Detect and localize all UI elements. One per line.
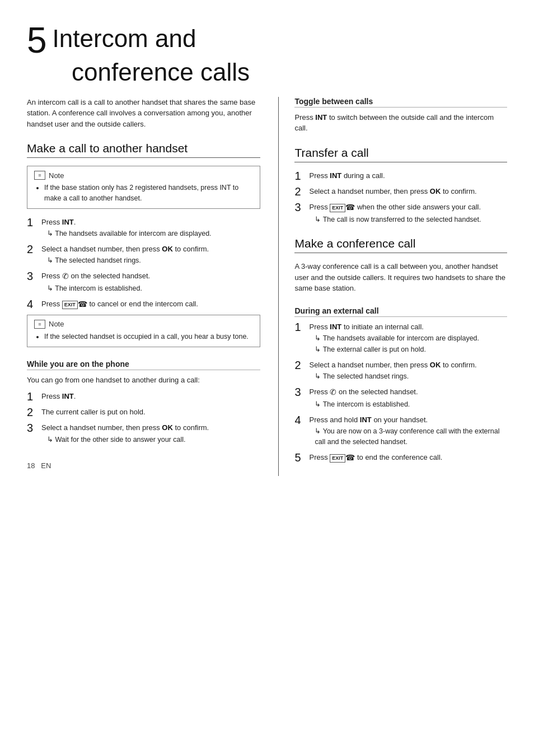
while-step-1: 1 Press INT.: [27, 391, 260, 402]
conf-step-result-1b: The external caller is put on hold.: [309, 344, 507, 355]
toggle-heading: Toggle between calls: [294, 97, 507, 108]
transfer-section: Transfer a call 1 Press INT during a cal…: [294, 146, 507, 225]
page-number: 18: [27, 461, 35, 470]
conf-step-content-2: Select a handset number, then press OK t…: [309, 360, 507, 382]
while-on-phone-steps: 1 Press INT. 2 The current caller is put…: [27, 391, 260, 445]
transfer-step-num-1: 1: [294, 170, 305, 181]
conf-step-num-5: 5: [294, 452, 305, 463]
transfer-step-2: 2 Select a handset number, then press OK…: [294, 186, 507, 197]
while-step-num-3: 3: [27, 422, 37, 433]
while-step-3: 3 Select a handset number, then press OK…: [27, 422, 260, 445]
conf-step-content-1: Press INT to initiate an internal call. …: [309, 321, 507, 355]
make-call-heading: Make a call to another handset: [27, 142, 260, 158]
transfer-step-content-3: Press EXIT☎ when the other side answers …: [309, 202, 507, 225]
page-layout: An intercom call is a call to another ha…: [27, 97, 507, 476]
make-call-section: Make a call to another handset ≡ Note If…: [27, 142, 260, 347]
transfer-steps: 1 Press INT during a call. 2 Select a ha…: [294, 170, 507, 225]
note-item-2: If the selected handset is occupied in a…: [44, 332, 253, 342]
note-icon-2: ≡: [34, 320, 45, 329]
conf-step-5: 5 Press EXIT☎ to end the conference call…: [294, 452, 507, 464]
step-result-2: The selected handset rings.: [41, 255, 260, 266]
during-external-subsection: During an external call 1 Press INT to i…: [294, 306, 507, 464]
toggle-section: Toggle between calls Press INT to switch…: [294, 97, 507, 134]
note-item-1: If the base station only has 2 registere…: [44, 183, 253, 204]
phone-icon-conf: ✆: [330, 386, 336, 398]
step-num-1: 1: [27, 217, 37, 228]
conf-step-num-4: 4: [294, 414, 305, 426]
during-external-heading: During an external call: [294, 306, 507, 317]
conf-step-num-2: 2: [294, 360, 305, 371]
conf-step-result-4: You are now on a 3-way conference call w…: [309, 426, 507, 447]
conf-step-4: 4 Press and hold INT on your handset. Yo…: [294, 414, 507, 447]
while-step-content-3: Select a handset number, then press OK t…: [41, 422, 260, 445]
step-content-3: Press ✆ on the selected handset. The int…: [41, 270, 260, 294]
ok-key-transfer: OK: [430, 187, 441, 195]
step-2: 2 Select a handset number, then press OK…: [27, 244, 260, 266]
exit-badge: EXIT: [62, 301, 78, 309]
note-title-2: ≡ Note: [34, 320, 253, 329]
step-1: 1 Press INT. The handsets available for …: [27, 217, 260, 239]
int-key-2: INT: [62, 392, 74, 400]
step-content-2: Select a handset number, then press OK t…: [41, 244, 260, 266]
while-on-phone-intro: You can go from one handset to another d…: [27, 375, 260, 386]
intro-text: An intercom call is a call to another ha…: [27, 97, 260, 130]
step-result-3: The intercom is established.: [41, 283, 260, 294]
transfer-step-num-2: 2: [294, 186, 305, 197]
int-key-toggle: INT: [315, 113, 327, 122]
int-key-conf: INT: [330, 323, 341, 331]
step-content-4: Press EXIT☎ to cancel or end the interco…: [41, 298, 260, 310]
int-key: INT: [62, 218, 74, 226]
note-list-1: If the base station only has 2 registere…: [34, 183, 253, 204]
exit-badge-transfer: EXIT: [330, 204, 345, 212]
transfer-step-result-3: The call is now transferred to the selec…: [309, 214, 507, 225]
page-footer: 18 EN: [27, 461, 260, 470]
note-box-2: ≡ Note If the selected handset is occupi…: [27, 315, 260, 347]
conf-step-2: 2 Select a handset number, then press OK…: [294, 360, 507, 382]
while-step-num-2: 2: [27, 407, 37, 418]
conf-step-1: 1 Press INT to initiate an internal call…: [294, 321, 507, 355]
note-icon-1: ≡: [34, 171, 45, 180]
phone-icon: ✆: [62, 270, 69, 282]
make-call-steps: 1 Press INT. The handsets available for …: [27, 217, 260, 310]
right-column: Toggle between calls Press INT to switch…: [278, 97, 507, 476]
conference-steps: 1 Press INT to initiate an internal call…: [294, 321, 507, 464]
step-content-1: Press INT. The handsets available for in…: [41, 217, 260, 239]
while-step-content-1: Press INT.: [41, 391, 260, 402]
conf-step-3: 3 Press ✆ on the selected handset. The i…: [294, 386, 507, 410]
while-on-phone-section: While you are on the phone You can go fr…: [27, 360, 260, 445]
conference-section: Make a conference call A 3-way conferenc…: [294, 237, 507, 464]
while-on-phone-heading: While you are on the phone: [27, 360, 260, 370]
conf-step-num-3: 3: [294, 386, 305, 398]
ok-key-conf: OK: [430, 361, 441, 369]
left-column: An intercom call is a call to another ha…: [27, 97, 260, 476]
step-4: 4 Press EXIT☎ to cancel or end the inter…: [27, 298, 260, 310]
exit-badge-conf: EXIT: [330, 454, 345, 463]
conf-step-result-1a: The handsets available for intercom are …: [309, 333, 507, 344]
note-box-1: ≡ Note If the base station only has 2 re…: [27, 166, 260, 209]
transfer-step-content-2: Select a handset number, then press OK t…: [309, 186, 507, 197]
conf-step-content-3: Press ✆ on the selected handset. The int…: [309, 386, 507, 410]
conf-step-content-5: Press EXIT☎ to end the conference call.: [309, 452, 507, 464]
step-3: 3 Press ✆ on the selected handset. The i…: [27, 270, 260, 294]
transfer-step-content-1: Press INT during a call.: [309, 170, 507, 181]
transfer-step-3: 3 Press EXIT☎ when the other side answer…: [294, 202, 507, 225]
transfer-step-1: 1 Press INT during a call.: [294, 170, 507, 181]
transfer-heading: Transfer a call: [294, 146, 507, 162]
ok-key: OK: [162, 245, 173, 253]
conf-step-result-2: The selected handset rings.: [309, 371, 507, 382]
step-num-4: 4: [27, 298, 37, 310]
step-result-1: The handsets available for intercom are …: [41, 228, 260, 239]
ok-key-2: OK: [162, 423, 173, 432]
int-key-hold: INT: [360, 416, 372, 424]
while-step-num-1: 1: [27, 391, 37, 402]
step-num-2: 2: [27, 244, 37, 255]
conference-intro: A 3-way conference call is a call betwee…: [294, 261, 507, 294]
chapter-number: 5: [27, 20, 47, 60]
conf-step-result-3: The intercom is established.: [309, 399, 507, 410]
int-key-transfer: INT: [330, 171, 341, 180]
note-list-2: If the selected handset is occupied in a…: [34, 332, 253, 342]
conf-step-num-1: 1: [294, 321, 305, 333]
page-lang: EN: [41, 461, 51, 470]
transfer-step-num-3: 3: [294, 202, 305, 213]
step-num-3: 3: [27, 270, 37, 282]
